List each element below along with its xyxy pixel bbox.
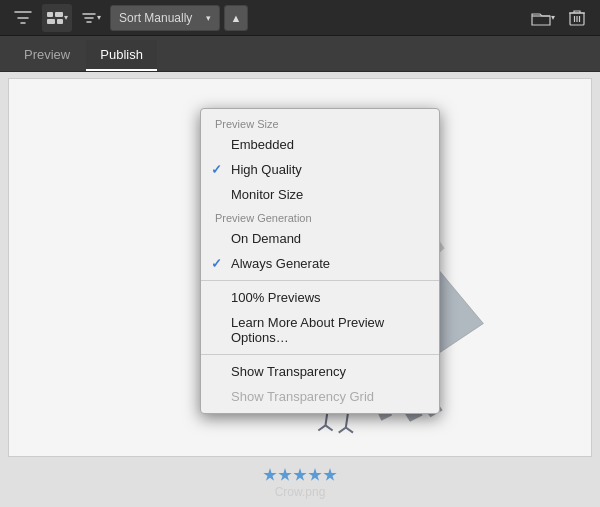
menu-item-on-demand[interactable]: On Demand xyxy=(201,226,439,251)
sort-filter-btn[interactable]: ▾ xyxy=(76,4,106,32)
star-2 xyxy=(278,468,292,482)
sort-manually-btn[interactable]: Sort Manually ▾ xyxy=(110,5,220,31)
sort-btn-arrow: ▾ xyxy=(206,13,211,23)
file-name: Crow.png xyxy=(275,485,326,499)
svg-rect-3 xyxy=(57,19,63,24)
tabs-bar: Preview Publish xyxy=(0,36,600,72)
sort-dropdown-arrow: ▾ xyxy=(97,13,101,22)
star-1 xyxy=(263,468,277,482)
main-content: Crow.png Preview Size Embedded High Qual… xyxy=(0,72,600,507)
sort-label: Sort Manually xyxy=(119,11,192,25)
dropdown-menu: Preview Size Embedded High Quality Monit… xyxy=(200,108,440,414)
menu-item-learn-more[interactable]: Learn More About Preview Options… xyxy=(201,310,439,350)
sort-up-btn[interactable]: ▲ xyxy=(224,5,248,31)
star-4 xyxy=(308,468,322,482)
svg-rect-0 xyxy=(47,12,53,17)
star-5 xyxy=(323,468,337,482)
menu-item-always-generate[interactable]: Always Generate xyxy=(201,251,439,276)
trash-btn[interactable] xyxy=(562,4,592,32)
menu-item-embedded[interactable]: Embedded xyxy=(201,132,439,157)
menu-divider-2 xyxy=(201,354,439,355)
tab-publish[interactable]: Publish xyxy=(86,40,157,71)
view-options-btn[interactable]: ▾ xyxy=(42,4,72,32)
folder-dropdown-arrow: ▾ xyxy=(551,13,555,22)
preview-size-header: Preview Size xyxy=(201,113,439,132)
filter-icon-btn[interactable] xyxy=(8,4,38,32)
dropdown-arrow-icon: ▾ xyxy=(64,13,68,22)
up-arrow-icon: ▲ xyxy=(231,12,242,24)
menu-item-high-quality[interactable]: High Quality xyxy=(201,157,439,182)
svg-rect-1 xyxy=(55,12,63,17)
menu-item-100-previews[interactable]: 100% Previews xyxy=(201,285,439,310)
menu-divider-1 xyxy=(201,280,439,281)
toolbar: ▾ ▾ Sort Manually ▾ ▲ ▾ xyxy=(0,0,600,36)
star-3 xyxy=(293,468,307,482)
menu-item-show-transparency-grid: Show Transparency Grid xyxy=(201,384,439,409)
preview-generation-header: Preview Generation xyxy=(201,207,439,226)
star-rating xyxy=(263,468,337,482)
svg-rect-2 xyxy=(47,19,55,24)
folder-btn[interactable]: ▾ xyxy=(528,4,558,32)
menu-item-monitor-size[interactable]: Monitor Size xyxy=(201,182,439,207)
tab-preview[interactable]: Preview xyxy=(10,40,84,71)
menu-item-show-transparency[interactable]: Show Transparency xyxy=(201,359,439,384)
